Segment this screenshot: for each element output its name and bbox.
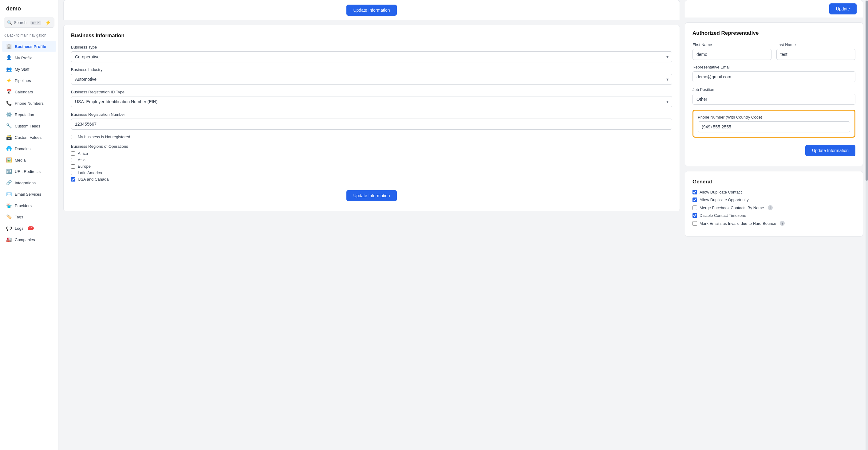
phone-label: Phone Number (With Country Code) bbox=[698, 115, 850, 120]
reg-id-type-group: Business Registration ID Type USA: Emplo… bbox=[71, 90, 672, 107]
regions-group: Business Regions of Operations AfricaAsi… bbox=[71, 144, 672, 182]
last-name-group: Last Name bbox=[776, 42, 856, 60]
last-name-input[interactable] bbox=[776, 49, 856, 60]
info-icon[interactable]: i bbox=[780, 221, 785, 226]
search-label: Search bbox=[14, 20, 26, 25]
info-icon[interactable]: i bbox=[768, 205, 773, 210]
nav-label-custom-values: Custom Values bbox=[15, 135, 41, 140]
general-checkbox-allow-duplicate-opportunity[interactable] bbox=[692, 197, 697, 202]
region-label-latin-america: Latin America bbox=[78, 170, 102, 175]
general-checkbox-allow-duplicate-contact[interactable] bbox=[692, 190, 697, 194]
general-label-merge-facebook-contacts-by-name: Merge Facebook Contacts By Name bbox=[700, 205, 764, 210]
sidebar-item-reputation[interactable]: ⚙️ Reputation bbox=[2, 109, 56, 120]
nav-label-calendars: Calendars bbox=[15, 90, 33, 94]
top-update-information-button[interactable]: Update Information bbox=[346, 5, 397, 16]
sidebar-item-tags[interactable]: 🏷️ Tags bbox=[2, 211, 56, 222]
left-column: Update Information Business Information … bbox=[63, 0, 680, 445]
business-type-select[interactable]: Co-operativeLLCCorporationPartnership bbox=[71, 51, 672, 62]
general-checkbox-mark-emails-as-invalid-due-to-hard-bounce[interactable] bbox=[692, 221, 697, 226]
business-type-group: Business Type Co-operativeLLCCorporation… bbox=[71, 45, 672, 62]
sidebar-item-my-staff[interactable]: 👥 My Staff bbox=[2, 64, 56, 75]
sidebar-item-domains[interactable]: 🌐 Domains bbox=[2, 143, 56, 154]
region-checkbox-africa[interactable] bbox=[71, 152, 75, 156]
business-industry-select[interactable]: AutomotiveTechnologyHealthcareFinance bbox=[71, 74, 672, 85]
scrollbar-thumb[interactable] bbox=[866, 1, 868, 181]
business-type-label: Business Type bbox=[71, 45, 672, 50]
authorized-rep-update-button[interactable]: Update Information bbox=[805, 145, 856, 156]
nav-icon-domains: 🌐 bbox=[6, 146, 12, 152]
nav-label-reputation: Reputation bbox=[15, 112, 34, 117]
nav-icon-reputation: ⚙️ bbox=[6, 112, 12, 117]
phone-input[interactable] bbox=[698, 121, 850, 132]
general-title: General bbox=[692, 179, 856, 185]
authorized-rep-title: Authorized Representative bbox=[692, 30, 856, 36]
reg-id-type-select[interactable]: USA: Employer Identification Number (EIN… bbox=[71, 96, 672, 107]
nav-icon-conversation-logs: 💬 bbox=[6, 225, 12, 231]
sidebar-item-custom-values[interactable]: 🗃️ Custom Values bbox=[2, 132, 56, 143]
nav-icon-media: 🖼️ bbox=[6, 157, 12, 163]
nav-icon-phone-numbers: 📞 bbox=[6, 100, 12, 106]
region-checkbox-asia[interactable] bbox=[71, 158, 75, 162]
sidebar-item-business-profile[interactable]: 🏢 Business Profile bbox=[2, 41, 56, 52]
nav-icon-custom-fields: 🔧 bbox=[6, 123, 12, 129]
reg-number-group: Business Registration Number bbox=[71, 112, 672, 130]
region-row-asia: Asia bbox=[71, 158, 672, 162]
sidebar-item-my-profile[interactable]: 👤 My Profile bbox=[2, 52, 56, 63]
sidebar-item-url-redirects[interactable]: ↩️ URL Redirects bbox=[2, 166, 56, 177]
right-top-update-row: Update bbox=[685, 0, 863, 18]
right-top-update-button[interactable]: Update bbox=[829, 3, 857, 14]
region-checkbox-latin-america[interactable] bbox=[71, 171, 75, 175]
nav-label-conversation-logs: Logs bbox=[15, 226, 23, 231]
top-update-row: Update Information bbox=[63, 0, 680, 20]
nav-icon-business-profile: 🏢 bbox=[6, 43, 12, 49]
first-name-input[interactable] bbox=[692, 49, 772, 60]
search-icon: 🔍 bbox=[7, 20, 12, 25]
sidebar-item-pipelines[interactable]: ⚡ Pipelines bbox=[2, 75, 56, 86]
general-label-allow-duplicate-opportunity: Allow Duplicate Opportunity bbox=[700, 197, 749, 202]
general-option-merge-facebook-contacts-by-name: Merge Facebook Contacts By Namei bbox=[692, 205, 856, 210]
sidebar-item-calendars[interactable]: 📅 Calendars bbox=[2, 86, 56, 97]
general-option-allow-duplicate-opportunity: Allow Duplicate Opportunity bbox=[692, 197, 856, 202]
sidebar-item-integrations[interactable]: 🔗 Integrations bbox=[2, 177, 56, 188]
general-checkbox-disable-contact-timezone[interactable] bbox=[692, 213, 697, 218]
sidebar-item-custom-fields[interactable]: 🔧 Custom Fields bbox=[2, 120, 56, 131]
job-position-input[interactable] bbox=[692, 94, 856, 105]
search-shortcut: ctrl K bbox=[30, 21, 41, 25]
region-checkbox-europe[interactable] bbox=[71, 164, 75, 169]
nav-icon-url-redirects: ↩️ bbox=[6, 169, 12, 174]
badge-conversation-logs: 10 bbox=[28, 226, 34, 230]
bottom-update-information-button[interactable]: Update Information bbox=[346, 190, 397, 201]
nav-icon-custom-values: 🗃️ bbox=[6, 134, 12, 140]
scrollbar[interactable] bbox=[866, 0, 868, 450]
sidebar-item-media[interactable]: 🖼️ Media bbox=[2, 155, 56, 166]
authorized-rep-card: Authorized Representative First Name Las… bbox=[685, 23, 863, 166]
first-name-label: First Name bbox=[692, 42, 772, 47]
regions-label: Business Regions of Operations bbox=[71, 144, 672, 149]
nav-label-url-redirects: URL Redirects bbox=[15, 169, 40, 174]
back-nav[interactable]: Back to main navigation bbox=[0, 30, 58, 40]
sidebar-item-phone-numbers[interactable]: 📞 Phone Numbers bbox=[2, 98, 56, 109]
sidebar-item-providers[interactable]: 🏪 Providers bbox=[2, 200, 56, 211]
sidebar-item-email-services[interactable]: ✉️ Email Services bbox=[2, 189, 56, 200]
nav-label-providers: Providers bbox=[15, 203, 32, 208]
last-name-label: Last Name bbox=[776, 42, 856, 47]
search-bar[interactable]: 🔍 Search ctrl K ⚡ bbox=[4, 18, 54, 28]
sidebar-item-conversation-logs[interactable]: 💬 Logs 10 bbox=[2, 223, 56, 234]
flash-icon: ⚡ bbox=[45, 20, 51, 26]
reg-number-input[interactable] bbox=[71, 119, 672, 130]
nav-list: 🏢 Business Profile 👤 My Profile 👥 My Sta… bbox=[0, 40, 58, 246]
not-registered-row: My business is Not registered bbox=[71, 134, 672, 139]
sidebar-item-companies[interactable]: 🏭 Companies bbox=[2, 234, 56, 245]
region-checkbox-usa-and-canada[interactable] bbox=[71, 177, 75, 182]
nav-label-media: Media bbox=[15, 158, 26, 162]
nav-icon-tags: 🏷️ bbox=[6, 214, 12, 220]
general-option-disable-contact-timezone: Disable Contact Timezone bbox=[692, 213, 856, 218]
general-checkbox-merge-facebook-contacts-by-name[interactable] bbox=[692, 205, 697, 210]
region-label-africa: Africa bbox=[78, 151, 88, 156]
job-position-group: Job Position bbox=[692, 87, 856, 105]
first-name-group: First Name bbox=[692, 42, 772, 60]
general-option-mark-emails-as-invalid-due-to-hard-bounce: Mark Emails as Invalid due to Hard Bounc… bbox=[692, 221, 856, 226]
not-registered-checkbox[interactable] bbox=[71, 135, 75, 139]
rep-email-input[interactable] bbox=[692, 71, 856, 82]
nav-label-email-services: Email Services bbox=[15, 192, 41, 197]
